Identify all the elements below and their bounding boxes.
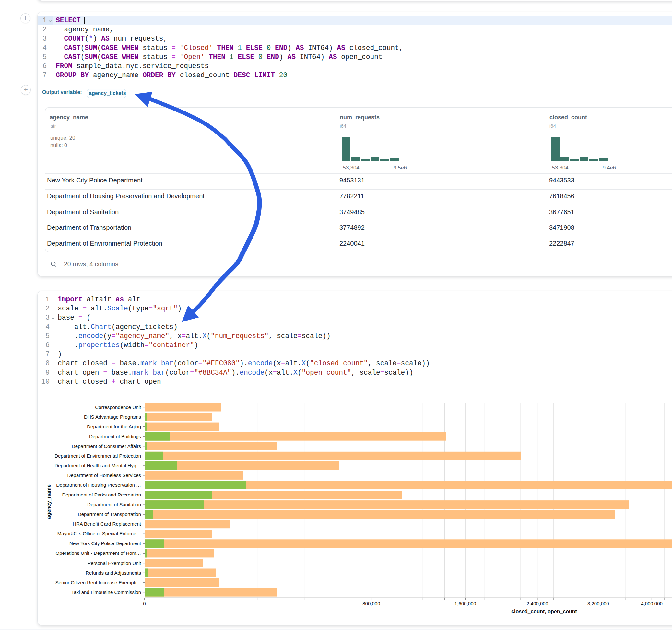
svg-text:1,600,000: 1,600,000 (455, 601, 476, 606)
svg-text:Department of Sanitation: Department of Sanitation (87, 502, 141, 507)
svg-text:closed_count, open_count: closed_count, open_count (511, 609, 577, 614)
svg-text:Senior Citizen Rent Increase E: Senior Citizen Rent Increase Exempti… (55, 580, 141, 585)
svg-text:Taxi and Limousine Commission: Taxi and Limousine Commission (71, 589, 141, 595)
svg-text:0: 0 (143, 601, 146, 606)
svg-text:Department of Health and Menta: Department of Health and Mental Hyg… (54, 463, 141, 468)
svg-text:Personal Exemption Unit: Personal Exemption Unit (88, 560, 141, 566)
svg-text:agency_name: agency_name (46, 484, 51, 519)
svg-text:Correspondence Unit: Correspondence Unit (95, 405, 141, 410)
svg-text:HRA Benefit Card Replacement: HRA Benefit Card Replacement (73, 521, 141, 527)
svg-text:Department of Buildings: Department of Buildings (89, 434, 141, 439)
svg-text:DHS Advantage Programs: DHS Advantage Programs (84, 414, 141, 420)
svg-text:Department of Consumer Affairs: Department of Consumer Affairs (72, 443, 141, 449)
svg-text:Department of Parks and Recrea: Department of Parks and Recreation (62, 492, 141, 498)
svg-text:Refunds and Adjustments: Refunds and Adjustments (86, 570, 141, 576)
svg-text:Department of Environmental Pr: Department of Environmental Protection (54, 453, 141, 459)
svg-text:Mayorâ€ s Office of Special E: Mayorâ€ s Office of Special Enforce… (57, 531, 141, 536)
svg-text:Operations Unit - Department o: Operations Unit - Department of Hom… (56, 550, 141, 556)
svg-text:Department of Housing Preserva: Department of Housing Preservation … (56, 482, 141, 488)
svg-text:4,000,000: 4,000,000 (641, 601, 663, 606)
svg-text:800,000: 800,000 (362, 601, 380, 606)
svg-text:Department of Transportation: Department of Transportation (78, 511, 141, 517)
svg-text:New York City Police Departmen: New York City Police Department (69, 540, 141, 546)
svg-text:Department of Homeless Service: Department of Homeless Services (67, 472, 141, 478)
svg-text:Department for the Aging: Department for the Aging (87, 424, 141, 429)
svg-text:2,400,000: 2,400,000 (526, 601, 548, 606)
svg-text:3,200,000: 3,200,000 (587, 601, 609, 606)
